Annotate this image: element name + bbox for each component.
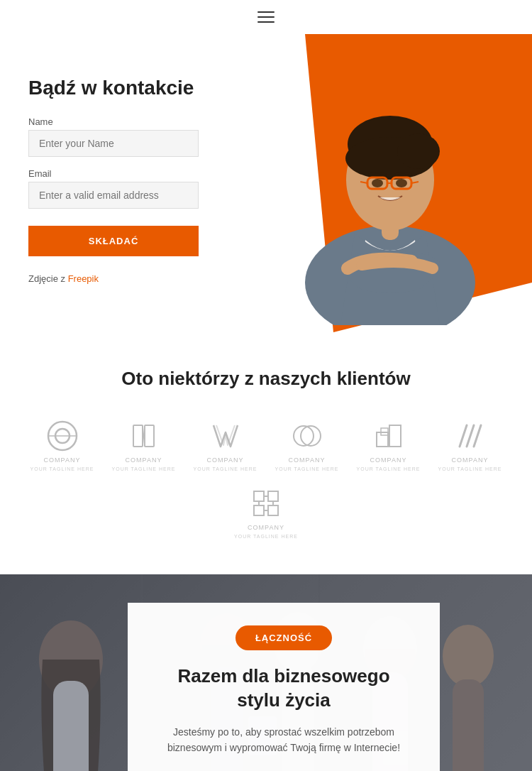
svg-rect-22 bbox=[377, 432, 388, 447]
hero-title: Bądź w kontakcie bbox=[28, 77, 255, 99]
clients-section: Oto niektórzy z naszych klientów COMPANY… bbox=[0, 332, 532, 574]
client-logo-5: COMPANY YOUR TAGLINE HERE bbox=[357, 418, 421, 471]
name-input[interactable] bbox=[28, 130, 199, 157]
client-logo-2: COMPANY YOUR TAGLINE HERE bbox=[112, 418, 176, 471]
contact-card-title: Razem dla biznesowego stylu życia bbox=[156, 665, 411, 713]
svg-rect-31 bbox=[268, 505, 278, 515]
svg-line-26 bbox=[467, 425, 474, 447]
name-label: Name bbox=[28, 116, 255, 127]
name-form-group: Name bbox=[28, 116, 255, 157]
svg-rect-28 bbox=[254, 491, 264, 501]
email-input[interactable] bbox=[28, 182, 199, 209]
client-logo-1: COMPANY YOUR TAGLINE HERE bbox=[31, 418, 94, 471]
contact-card-description: Jesteśmy po to, aby sprostać wszelkim po… bbox=[156, 724, 411, 756]
svg-rect-29 bbox=[268, 491, 278, 501]
clients-title: Oto niektórzy z naszych klientów bbox=[28, 368, 504, 390]
svg-rect-23 bbox=[389, 425, 401, 447]
hero-form-container: Bądź w kontakcie Name Email SKŁADAĆ Zdję… bbox=[0, 34, 270, 304]
hero-person-image bbox=[248, 41, 525, 325]
svg-rect-18 bbox=[145, 425, 154, 447]
client-logo-7: COMPANY YOUR TAGLINE HERE bbox=[234, 486, 298, 539]
clients-logos-container: COMPANY YOUR TAGLINE HERE COMPANY YOUR T… bbox=[28, 418, 504, 539]
svg-line-27 bbox=[474, 425, 481, 447]
svg-point-13 bbox=[396, 179, 407, 187]
svg-rect-30 bbox=[254, 505, 264, 515]
email-form-group: Email bbox=[28, 168, 255, 209]
client-logo-6: COMPANY YOUR TAGLINE HERE bbox=[438, 418, 502, 471]
contact-section: ŁĄCZNOŚĆ Razem dla biznesowego stylu życ… bbox=[0, 574, 532, 771]
hero-section: Bądź w kontakcie Name Email SKŁADAĆ Zdję… bbox=[0, 34, 532, 332]
client-logo-4: COMPANY YOUR TAGLINE HERE bbox=[275, 418, 339, 471]
contact-card: ŁĄCZNOŚĆ Razem dla biznesowego stylu życ… bbox=[128, 603, 440, 771]
svg-rect-17 bbox=[133, 425, 143, 447]
svg-point-12 bbox=[372, 179, 383, 187]
hamburger-menu-button[interactable] bbox=[257, 11, 275, 23]
email-label: Email bbox=[28, 168, 255, 179]
submit-button[interactable]: SKŁADAĆ bbox=[28, 226, 199, 256]
client-logo-3: COMPANY YOUR TAGLINE HERE bbox=[194, 418, 257, 471]
svg-line-25 bbox=[460, 425, 467, 447]
navbar bbox=[0, 0, 532, 34]
photo-credit: Zdjęcie z Freepik bbox=[28, 273, 255, 284]
photo-credit-link[interactable]: Freepik bbox=[68, 273, 99, 284]
contact-badge: ŁĄCZNOŚĆ bbox=[235, 625, 332, 650]
svg-point-6 bbox=[397, 133, 440, 169]
